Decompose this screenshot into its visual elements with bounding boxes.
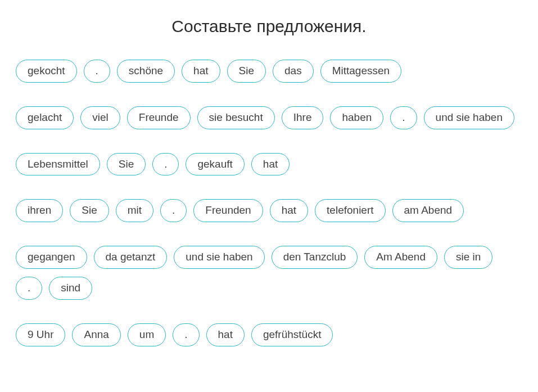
word-chip[interactable]: gelacht xyxy=(16,106,74,129)
sentence-row: 9 UhrAnnaum.hatgefrühstückt xyxy=(16,323,522,346)
sentence-rows: gekocht.schönehatSiedasMittagessen gelac… xyxy=(16,60,522,346)
word-chip[interactable]: Freunden xyxy=(193,199,263,222)
word-chip[interactable]: 9 Uhr xyxy=(16,323,65,346)
word-chip[interactable]: am Abend xyxy=(392,199,464,222)
word-chip[interactable]: haben xyxy=(330,106,383,129)
word-chip[interactable]: und sie haben xyxy=(174,246,264,269)
word-chip[interactable]: und sie haben xyxy=(424,106,514,129)
word-chip[interactable]: sie in xyxy=(444,246,492,269)
word-chip[interactable]: Anna xyxy=(72,323,120,346)
word-chip[interactable]: . xyxy=(390,106,417,129)
word-chip[interactable]: hat xyxy=(206,323,245,346)
word-chip[interactable]: hat xyxy=(251,153,290,176)
word-chip[interactable]: Mittagessen xyxy=(320,60,401,83)
word-chip[interactable]: sind xyxy=(49,277,92,300)
word-chip[interactable]: gekauft xyxy=(186,153,244,176)
sentence-row: gekocht.schönehatSiedasMittagessen xyxy=(16,60,522,83)
word-chip[interactable]: um xyxy=(128,323,166,346)
word-chip[interactable]: den Tanzclub xyxy=(272,246,358,269)
word-chip[interactable]: Lebensmittel xyxy=(16,153,100,176)
word-chip[interactable]: hat xyxy=(182,60,220,83)
word-chip[interactable]: schöne xyxy=(117,60,175,83)
sentence-row: ihrenSiemit.Freundenhattelefoniertam Abe… xyxy=(16,199,522,222)
word-chip[interactable]: . xyxy=(16,277,42,300)
word-chip[interactable]: gekocht xyxy=(16,60,77,83)
word-chip[interactable]: da getanzt xyxy=(94,246,168,269)
word-chip[interactable]: sie besucht xyxy=(197,106,275,129)
sentence-row: gegangenda getanztund sie habenden Tanzc… xyxy=(16,246,522,300)
word-chip[interactable]: Am Abend xyxy=(364,246,437,269)
word-chip[interactable]: Sie xyxy=(107,153,146,176)
word-chip[interactable]: gefrühstückt xyxy=(251,323,333,346)
word-chip[interactable]: Ihre xyxy=(282,106,324,129)
word-chip[interactable]: ihren xyxy=(16,199,63,222)
word-chip[interactable]: . xyxy=(160,199,187,222)
word-chip[interactable]: Sie xyxy=(227,60,266,83)
word-chip[interactable]: gegangen xyxy=(16,246,87,269)
word-chip[interactable]: . xyxy=(152,153,179,176)
sentence-row: gelachtvielFreundesie besuchtIhrehaben.u… xyxy=(16,106,522,129)
word-chip[interactable]: . xyxy=(84,60,110,83)
word-chip[interactable]: das xyxy=(273,60,314,83)
exercise-title: Составьте предложения. xyxy=(16,17,522,36)
word-chip[interactable]: telefoniert xyxy=(315,199,385,222)
word-chip[interactable]: hat xyxy=(270,199,308,222)
sentence-row: LebensmittelSie.gekaufthat xyxy=(16,153,522,176)
word-chip[interactable]: Freunde xyxy=(127,106,191,129)
word-chip[interactable]: Sie xyxy=(70,199,108,222)
word-chip[interactable]: . xyxy=(173,323,199,346)
word-chip[interactable]: mit xyxy=(116,199,153,222)
word-chip[interactable]: viel xyxy=(80,106,120,129)
